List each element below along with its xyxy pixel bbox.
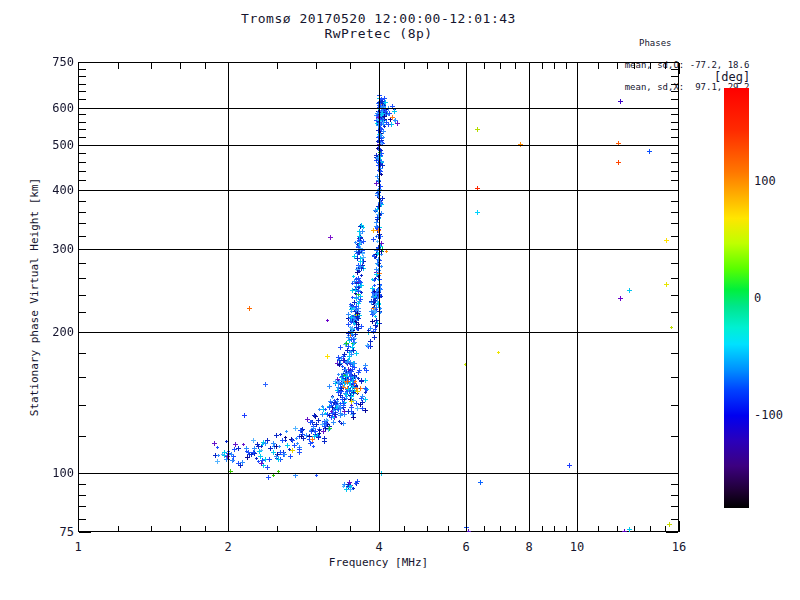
y-tick [671,519,678,520]
y-tick [79,145,91,146]
y-gridline [78,108,679,109]
x-tick [151,526,152,532]
y-tick [671,223,678,224]
x-tick [118,63,119,69]
x-tick [466,521,467,532]
y-tick [666,332,678,333]
y-tick [79,278,86,279]
x-tick [500,63,501,69]
y-tick [79,377,86,378]
y-tick [666,108,678,109]
x-tick [350,526,351,532]
x-tick [316,63,317,69]
x-tick [379,63,380,74]
x-tick [542,526,543,532]
y-tick [671,295,678,296]
x-tick [427,526,428,532]
y-tick [671,122,678,123]
y-tick [671,212,678,213]
y-tick [79,122,86,123]
x-tick [554,63,555,69]
y-gridline [78,145,679,146]
x-tick [379,521,380,532]
y-tick-label: 750 [28,55,74,69]
y-tick [79,114,86,115]
x-tick-label: 4 [355,540,403,554]
y-tick [79,129,86,130]
y-tick [671,162,678,163]
x-tick [500,526,501,532]
plot-subtitle: RwPretec (8p) [78,26,679,41]
y-tick-label: 500 [28,138,74,152]
y-tick [79,495,86,496]
y-tick [666,62,678,63]
x-tick [679,521,680,532]
y-tick [79,436,86,437]
x-tick [515,63,516,69]
x-gridline [228,62,229,532]
y-tick [79,99,86,100]
x-tick [484,63,485,69]
y-tick [671,171,678,172]
y-tick [79,295,86,296]
x-tick [404,63,405,69]
y-tick [79,153,86,154]
y-tick [666,190,678,191]
y-tick-label: 400 [28,183,74,197]
y-tick [79,353,86,354]
y-tick [79,108,91,109]
y-tick [671,137,678,138]
x-tick [554,526,555,532]
x-tick [650,526,651,532]
y-tick [79,405,86,406]
y-tick [79,69,86,70]
y-tick [666,473,678,474]
x-tick [277,63,278,69]
y-tick [671,99,678,100]
y-tick [79,180,86,181]
x-tick-label: 2 [204,540,252,554]
x-tick [484,526,485,532]
x-tick [277,526,278,532]
y-tick [671,84,678,85]
y-tick-label: 100 [28,466,74,480]
y-gridline [78,332,679,333]
ionogram-screenshot: Tromsø 20170520 12:00:00-12:01:43 RwPret… [0,0,800,600]
y-tick [671,495,678,496]
x-tick [118,526,119,532]
y-tick [671,114,678,115]
x-tick [598,526,599,532]
y-tick [79,91,86,92]
x-tick [542,63,543,69]
x-tick [448,526,449,532]
x-tick [529,63,530,74]
y-tick [671,377,678,378]
x-gridline [577,62,578,532]
y-tick [671,353,678,354]
x-tick-label: 6 [442,540,490,554]
y-tick [79,76,86,77]
x-tick [448,63,449,69]
y-tick [671,76,678,77]
y-tick [79,171,86,172]
x-tick [228,63,229,74]
y-tick [79,212,86,213]
x-tick [78,521,79,532]
phases-annotation-title: Phases [603,38,723,49]
y-tick [79,137,86,138]
x-gridline [466,62,467,532]
colorbar-gradient [724,88,749,508]
x-tick [617,526,618,532]
y-tick [671,129,678,130]
y-tick [671,405,678,406]
x-tick-label: 8 [505,540,553,554]
x-tick [205,63,206,69]
x-gridline [529,62,530,532]
y-tick [666,249,678,250]
y-tick [666,145,678,146]
x-tick [228,521,229,532]
colorbar-tick-label: 0 [754,291,761,305]
y-tick [79,263,86,264]
x-tick-label: 16 [655,540,703,554]
y-tick [671,312,678,313]
